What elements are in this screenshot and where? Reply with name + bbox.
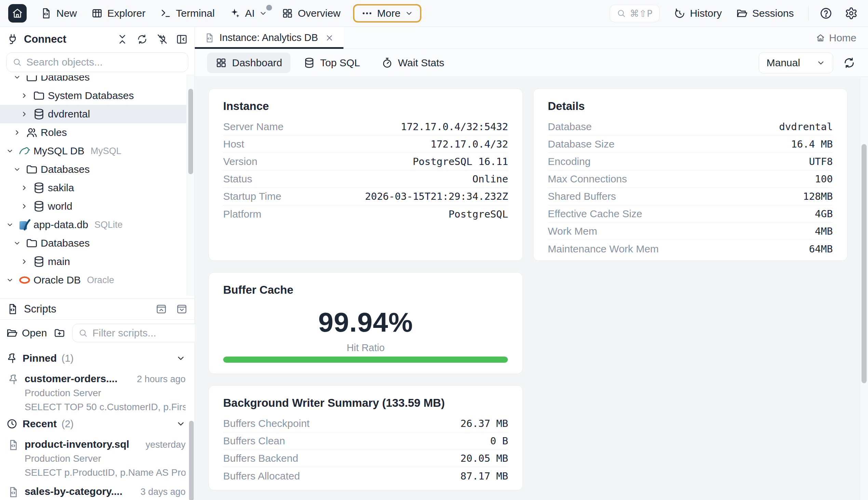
refresh-interval-select[interactable]: Manual [759,52,833,73]
stat-label: Max Connections [548,173,627,185]
stat-label: Platform [223,208,261,220]
card-title: Instance [223,100,508,113]
terminal-button[interactable]: Terminal [155,4,220,23]
script-group-header[interactable]: Recent (2) [6,414,186,433]
topbar-right: ⌘⇧P History Sessions [610,4,860,23]
script-group-icon [6,352,18,364]
tree-item-icon [33,255,45,268]
script-item[interactable]: sales-by-category.... 3 days ago [6,480,186,500]
stat-label: Startup Time [223,191,281,202]
search-icon [79,329,88,338]
hit-ratio-caption: Hit Ratio [223,342,508,353]
collapse-sidebar-icon[interactable] [176,33,188,45]
view-tab-icon [303,57,315,69]
tree-item[interactable]: Databases [0,160,186,179]
topbar-button-icon [281,8,293,19]
refresh-dashboard-icon[interactable] [843,56,856,69]
help-button[interactable] [817,5,835,22]
home-button[interactable] [8,4,27,23]
tree-item[interactable]: Databases [0,234,186,252]
scripts-list: Pinned (1) customer-orders.... 2 hours a… [0,345,194,500]
tree-item-badge: Oracle [87,275,114,285]
tree-item-label: Databases [41,76,90,83]
tree-item[interactable]: System Databases [0,87,186,105]
collapse-all-icon[interactable] [116,33,128,45]
tree-item-icon [19,274,31,286]
new-button[interactable]: New [35,4,82,23]
panel-collapse-up-icon[interactable] [155,303,167,315]
refresh-connections-icon[interactable] [136,33,148,45]
stat-value: 20.05 MB [460,453,508,464]
new-folder-icon[interactable] [54,327,65,339]
stat-label: Server Name [223,121,283,133]
scripts-scrollbar-thumb[interactable] [189,421,194,500]
tree-item[interactable]: Roles [0,123,186,142]
tree-item[interactable]: dvdrental [0,105,186,123]
tree-item-label: Databases [41,163,90,175]
topbar-button-label: More [377,8,401,19]
stat-value: PostgreSQL [448,208,508,220]
tree-item[interactable]: main [0,252,186,271]
tree-item-icon [33,182,45,194]
stat-value: 26.37 MB [460,418,508,429]
tree-item[interactable]: MySQL DB MySQL [0,142,186,160]
scripts-actions [155,303,188,315]
sidebar: Connect Databases System Databases [0,27,195,500]
tree-item[interactable]: app-data.db SQLite [0,216,186,234]
search-objects-input[interactable] [26,56,182,68]
stat-label: Buffers Checkpoint [223,418,310,429]
script-item-icon [8,439,19,451]
view-tab[interactable]: Top SQL [295,53,368,73]
script-item-server: Production Server [25,388,186,399]
panel-expand-down-icon[interactable] [176,303,188,315]
connect-panel-header: Connect [0,29,194,49]
chevron-down-icon [816,58,825,67]
view-tab[interactable]: Wait Stats [373,53,453,73]
hit-ratio-bar [223,356,508,363]
tree-item[interactable]: world [0,197,186,216]
stat-value: 100 [815,173,833,185]
settings-button[interactable] [843,5,860,22]
tree-item-icon [33,90,45,102]
script-item[interactable]: customer-orders.... 2 hours ago Producti… [6,367,186,414]
script-group-header[interactable]: Pinned (1) [6,349,186,367]
more-button[interactable]: More [353,4,421,23]
search-objects-field[interactable] [6,52,188,72]
script-item-preview: SELECT p.ProductID, p.Name AS Prod... [25,467,186,478]
view-tab-icon [381,57,393,69]
buffer-cache-card: Buffer Cache 99.94% Hit Ratio [209,272,523,374]
disconnect-icon[interactable] [156,33,168,45]
details-card: Details Database dvdrental Database Size… [533,89,847,261]
home-breadcrumb[interactable]: Home [816,32,856,44]
explorer-button[interactable]: Explorer [86,4,151,23]
open-script-button[interactable]: Open [6,327,47,339]
tree-item[interactable]: Oracle DB Oracle [0,271,186,289]
page-scrollbar-thumb[interactable] [861,144,867,383]
view-tab[interactable]: Dashboard [207,53,290,73]
overview-button[interactable]: Overview [276,4,346,23]
script-item-body: customer-orders.... 2 hours ago Producti… [25,373,186,412]
script-item-preview: SELECT TOP 50 c.CustomerID, p.First... [25,402,186,412]
stat-row: Maintenance Work Mem 64MB [548,240,833,258]
tree-item[interactable]: Databases [0,76,186,87]
page-scrollbar[interactable] [860,77,868,500]
stat-value: Online [472,173,508,185]
sessions-button[interactable]: Sessions [731,4,799,23]
command-palette-button[interactable]: ⌘⇧P [610,5,659,22]
script-item-time: 3 days ago [141,487,186,497]
ai-button[interactable]: AI [223,4,273,23]
chevron-icon [19,257,30,267]
tree-item-label: sakila [48,182,74,194]
tree-scrollbar[interactable] [187,75,194,296]
script-item[interactable]: product-inventory.sql yesterday Producti… [6,433,186,480]
history-button[interactable]: History [668,4,727,23]
stat-label: Host [223,138,244,150]
tab-instance-analytics-db[interactable]: Instance: Analytics DB [195,27,343,48]
tree-scrollbar-thumb[interactable] [188,89,193,174]
home-icon [12,8,23,19]
tree-item[interactable]: sakila [0,179,186,197]
scripts-panel: Scripts Open [0,298,194,500]
close-tab-icon[interactable] [325,33,334,42]
stat-label: Buffers Clean [223,435,285,447]
stat-value: dvdrental [779,121,833,133]
